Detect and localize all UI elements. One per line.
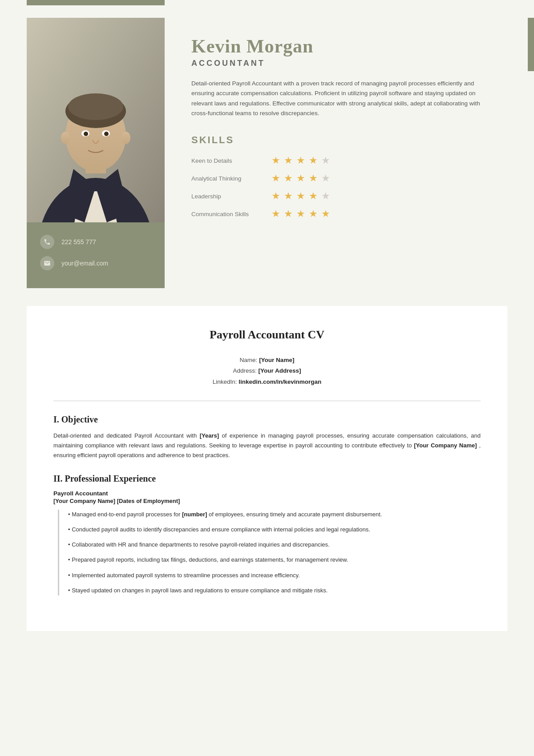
star-2: ★ <box>284 190 293 202</box>
bullet-item-4: • Prepared payroll reports, including ta… <box>68 555 481 565</box>
obj-text-1: Detail-oriented and dedicated Payroll Ac… <box>53 432 197 439</box>
star-1: ★ <box>271 155 280 166</box>
skill-row-analytical: Analytical Thinking ★ ★ ★ ★ ★ <box>191 173 490 184</box>
top-card: 222 555 777 your@email.com Kevin Morgan … <box>0 0 534 288</box>
experience-title: II. Professional Experience <box>53 474 481 484</box>
skill-stars-leadership: ★ ★ ★ ★ ★ <box>271 190 330 202</box>
star-5: ★ <box>321 190 330 202</box>
bullet-item-1: • Managed end-to-end payroll processes f… <box>68 510 481 519</box>
star-5: ★ <box>321 155 330 166</box>
cv-main: Payroll Accountant CV Name: [Your Name] … <box>27 306 507 631</box>
photo-area <box>27 18 165 222</box>
star-4: ★ <box>309 155 318 166</box>
skill-stars-communication: ★ ★ ★ ★ ★ <box>271 208 330 220</box>
obj-bold-2: [Your Company Name] <box>414 442 477 449</box>
person-name: Kevin Morgan <box>191 36 490 57</box>
obj-bold-1: [Years] <box>200 432 219 439</box>
cv-contact-info: Name: [Your Name] Address: [Your Address… <box>53 355 481 387</box>
objective-body: Detail-oriented and dedicated Payroll Ac… <box>53 431 481 460</box>
star-4: ★ <box>309 208 318 220</box>
star-3: ★ <box>296 173 305 184</box>
star-4: ★ <box>309 190 318 202</box>
skill-name-analytical: Analytical Thinking <box>191 175 271 182</box>
star-5: ★ <box>321 208 330 220</box>
right-accent-bar <box>528 18 534 71</box>
contact-box: 222 555 777 your@email.com <box>27 222 165 283</box>
star-2: ★ <box>284 173 293 184</box>
phone-icon <box>40 235 54 249</box>
objective-title: I. Objective <box>53 414 481 425</box>
cv-name-label: Name: <box>240 357 258 363</box>
skill-stars-keen: ★ ★ ★ ★ ★ <box>271 155 330 166</box>
phone-number: 222 555 777 <box>61 238 96 245</box>
svg-point-13 <box>104 132 109 136</box>
svg-point-12 <box>84 132 88 136</box>
star-3: ★ <box>296 155 305 166</box>
cv-address-label: Address: <box>233 367 256 374</box>
profile-photo <box>27 18 165 222</box>
star-4: ★ <box>309 173 318 184</box>
skill-stars-analytical: ★ ★ ★ ★ ★ <box>271 173 330 184</box>
bullet-item-3: • Collaborated with HR and finance depar… <box>68 540 481 550</box>
star-3: ★ <box>296 190 305 202</box>
star-3: ★ <box>296 208 305 220</box>
phone-item: 222 555 777 <box>40 235 151 249</box>
experience-section: II. Professional Experience Payroll Acco… <box>53 474 481 595</box>
job-company-text: [Your Company Name] [Dates of Employment… <box>53 498 481 504</box>
skill-name-leadership: Leadership <box>191 193 271 200</box>
star-1: ★ <box>271 190 280 202</box>
job-title-text: Payroll Accountant <box>53 490 481 497</box>
skill-row-leadership: Leadership ★ ★ ★ ★ ★ <box>191 190 490 202</box>
bullet-item-2: • Conducted payroll audits to identify d… <box>68 525 481 535</box>
cv-divider <box>53 401 481 401</box>
cv-linkedin-label: LinkedIn: <box>213 378 237 385</box>
bullet-item-6: • Stayed updated on changes in payroll l… <box>68 586 481 595</box>
svg-point-15 <box>121 132 130 144</box>
star-2: ★ <box>284 155 293 166</box>
skill-row-keen: Keen to Details ★ ★ ★ ★ ★ <box>191 155 490 166</box>
svg-point-14 <box>61 132 70 144</box>
left-panel: 222 555 777 your@email.com <box>27 18 165 288</box>
star-1: ★ <box>271 208 280 220</box>
top-accent-bar <box>27 0 165 5</box>
star-5: ★ <box>321 173 330 184</box>
bottom-accent-bar <box>27 283 165 288</box>
person-job-title: ACCOUNTANT <box>191 59 490 68</box>
star-2: ★ <box>284 208 293 220</box>
skill-row-communication: Communication Skills ★ ★ ★ ★ ★ <box>191 208 490 220</box>
bullet-list: • Managed end-to-end payroll processes f… <box>58 510 481 595</box>
email-address: your@email.com <box>61 260 108 267</box>
objective-section: I. Objective Detail-oriented and dedicat… <box>53 414 481 460</box>
bullet-item-5: • Implemented automated payroll systems … <box>68 571 481 580</box>
bio-text: Detail-oriented Payroll Accountant with … <box>191 79 490 118</box>
skill-name-keen: Keen to Details <box>191 157 271 164</box>
skill-name-communication: Communication Skills <box>191 211 271 217</box>
svg-point-9 <box>68 93 123 120</box>
cv-linkedin-value: linkedin.com/in/kevinmorgan <box>239 378 321 385</box>
cv-title: Payroll Accountant CV <box>53 328 481 342</box>
email-icon <box>40 256 54 270</box>
cv-address-value: [Your Address] <box>259 367 301 374</box>
bullet-bold-1: [number] <box>182 511 207 518</box>
star-1: ★ <box>271 173 280 184</box>
skills-section: SKILLS Keen to Details ★ ★ ★ ★ ★ Analyti… <box>191 134 490 220</box>
email-item: your@email.com <box>40 256 151 270</box>
cv-name-value: [Your Name] <box>259 357 294 363</box>
skills-heading: SKILLS <box>191 134 490 146</box>
right-panel: Kevin Morgan ACCOUNTANT Detail-oriented … <box>165 18 507 288</box>
